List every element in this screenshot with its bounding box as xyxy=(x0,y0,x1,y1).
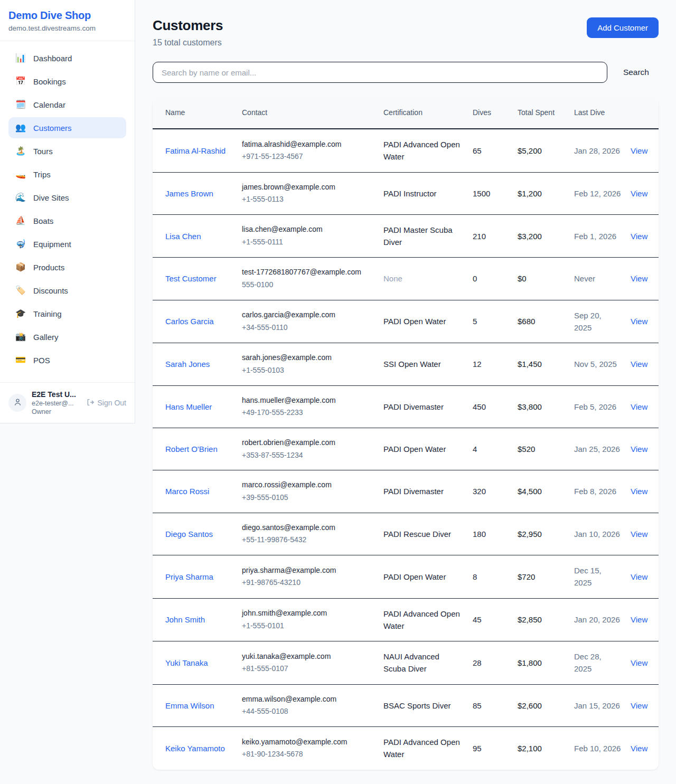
view-link[interactable]: View xyxy=(631,445,647,454)
customer-name-link[interactable]: Hans Mueller xyxy=(165,402,212,411)
customer-name-link[interactable]: James Brown xyxy=(165,189,213,198)
sidebar-item-customers[interactable]: 👥Customers xyxy=(8,117,126,138)
customer-certification: PADI Advanced Open Water xyxy=(383,608,473,632)
sidebar-item-dashboard[interactable]: 📊Dashboard xyxy=(8,48,126,69)
customer-action-cell: View xyxy=(631,272,659,285)
customer-name-link[interactable]: Fatima Al-Rashid xyxy=(165,146,226,155)
view-link[interactable]: View xyxy=(631,146,647,155)
view-link[interactable]: View xyxy=(631,189,647,198)
view-link[interactable]: View xyxy=(631,744,647,753)
customer-phone: 555-0100 xyxy=(242,279,374,291)
customer-name-cell: Yuki Tanaka xyxy=(165,657,242,669)
sidebar-item-pos[interactable]: 💳POS xyxy=(8,350,126,371)
customer-name-link[interactable]: Carlos Garcia xyxy=(165,317,214,326)
customer-dives: 1500 xyxy=(473,187,518,200)
sidebar-item-trips[interactable]: 🚤Trips xyxy=(8,164,126,185)
sidebar-item-boats[interactable]: ⛵Boats xyxy=(8,210,126,231)
add-customer-button[interactable]: Add Customer xyxy=(587,17,659,38)
bar-chart-icon: 📊 xyxy=(15,54,26,62)
customer-name-link[interactable]: Sarah Jones xyxy=(165,360,210,369)
customer-phone: +39-555-0105 xyxy=(242,492,374,504)
shop-name: Demo Dive Shop xyxy=(8,10,126,22)
customer-contact-cell: test-1772681807767@example.com555-0100 xyxy=(242,267,383,290)
customer-contact-cell: robert.obrien@example.com+353-87-555-123… xyxy=(242,437,383,461)
customer-email: diego.santos@example.com xyxy=(242,522,374,534)
sidebar-item-label: Gallery xyxy=(33,333,59,342)
customer-name-link[interactable]: Yuki Tanaka xyxy=(165,658,208,667)
sign-out-button[interactable]: Sign Out xyxy=(86,398,126,408)
sidebar-item-training[interactable]: 🎓Training xyxy=(8,303,126,324)
customer-name-link[interactable]: Diego Santos xyxy=(165,530,213,539)
customer-phone: +971-55-123-4567 xyxy=(242,151,374,163)
column-header-contact: Contact xyxy=(242,108,383,118)
customer-name-link[interactable]: Priya Sharma xyxy=(165,572,213,581)
customer-action-cell: View xyxy=(631,528,659,540)
customer-total-spent: $720 xyxy=(518,571,574,583)
customer-phone: +81-90-1234-5678 xyxy=(242,749,374,760)
customer-name-cell: Lisa Chen xyxy=(165,230,242,242)
page-header: Customers 15 total customers Add Custome… xyxy=(153,17,659,48)
customer-name-link[interactable]: Keiko Yamamoto xyxy=(165,744,225,753)
sidebar-item-calendar[interactable]: 🗓️Calendar xyxy=(8,94,126,115)
customer-name-link[interactable]: Marco Rossi xyxy=(165,487,209,496)
customer-name-cell: Test Customer xyxy=(165,272,242,285)
view-link[interactable]: View xyxy=(631,274,647,283)
table-row: Yuki Tanakayuki.tanaka@example.com+81-55… xyxy=(153,641,659,685)
sailboat-icon: ⛵ xyxy=(15,216,26,225)
sidebar-item-label: Training xyxy=(33,309,62,318)
customer-total-spent: $2,850 xyxy=(518,613,574,626)
view-link[interactable]: View xyxy=(631,615,647,624)
customer-total-spent: $2,100 xyxy=(518,742,574,754)
diving-mask-icon: 🤿 xyxy=(15,240,26,248)
sidebar-item-label: Dashboard xyxy=(33,54,72,63)
search-bar: Search xyxy=(153,62,659,83)
view-link[interactable]: View xyxy=(631,572,647,581)
view-link[interactable]: View xyxy=(631,530,647,539)
graduation-cap-icon: 🎓 xyxy=(15,309,26,318)
customer-dives: 0 xyxy=(473,272,518,285)
customer-dives: 28 xyxy=(473,657,518,669)
sidebar-item-label: Trips xyxy=(33,170,51,179)
customer-name-cell: Priya Sharma xyxy=(165,571,242,583)
view-link[interactable]: View xyxy=(631,402,647,411)
customer-email: sarah.jones@example.com xyxy=(242,352,374,364)
camera-icon: 📸 xyxy=(15,333,26,341)
search-input[interactable] xyxy=(153,62,607,83)
customer-name-link[interactable]: John Smith xyxy=(165,615,205,624)
sidebar-item-label: Boats xyxy=(33,216,53,225)
customer-name-cell: Robert O'Brien xyxy=(165,443,242,455)
customer-name-link[interactable]: Emma Wilson xyxy=(165,701,214,710)
view-link[interactable]: View xyxy=(631,487,647,496)
sidebar-item-tours[interactable]: 🏝️Tours xyxy=(8,140,126,162)
customer-total-spent: $5,200 xyxy=(518,145,574,157)
view-link[interactable]: View xyxy=(631,360,647,369)
sidebar-item-bookings[interactable]: 📅Bookings xyxy=(8,71,126,92)
view-link[interactable]: View xyxy=(631,232,647,241)
search-button[interactable]: Search xyxy=(623,68,649,77)
sidebar-item-dive-sites[interactable]: 🌊Dive Sites xyxy=(8,187,126,208)
customer-phone: +1-555-0103 xyxy=(242,365,374,376)
sidebar-item-products[interactable]: 📦Products xyxy=(8,257,126,278)
customer-name-link[interactable]: Lisa Chen xyxy=(165,232,201,241)
customer-action-cell: View xyxy=(631,700,659,712)
customer-phone: +55-11-99876-5432 xyxy=(242,534,374,546)
view-link[interactable]: View xyxy=(631,317,647,326)
table-header-row: NameContactCertificationDivesTotal Spent… xyxy=(153,98,659,129)
customer-dives: 12 xyxy=(473,358,518,370)
sidebar-item-equipment[interactable]: 🤿Equipment xyxy=(8,233,126,254)
sign-out-label: Sign Out xyxy=(98,399,126,407)
customers-table: NameContactCertificationDivesTotal Spent… xyxy=(153,98,659,770)
sidebar-item-gallery[interactable]: 📸Gallery xyxy=(8,326,126,347)
customer-last-dive: Dec 15, 2025 xyxy=(574,564,631,589)
logout-icon xyxy=(86,398,95,408)
view-link[interactable]: View xyxy=(631,701,647,710)
sidebar-item-discounts[interactable]: 🏷️Discounts xyxy=(8,280,126,301)
view-link[interactable]: View xyxy=(631,658,647,667)
customer-email: hans.mueller@example.com xyxy=(242,395,374,407)
table-row: Priya Sharmapriya.sharma@example.com+91-… xyxy=(153,555,659,599)
customer-last-dive: Feb 5, 2026 xyxy=(574,401,631,413)
customer-name-link[interactable]: Test Customer xyxy=(165,274,217,283)
customer-name-link[interactable]: Robert O'Brien xyxy=(165,445,218,454)
table-row: Test Customertest-1772681807767@example.… xyxy=(153,258,659,300)
customer-contact-cell: diego.santos@example.com+55-11-99876-543… xyxy=(242,522,383,546)
